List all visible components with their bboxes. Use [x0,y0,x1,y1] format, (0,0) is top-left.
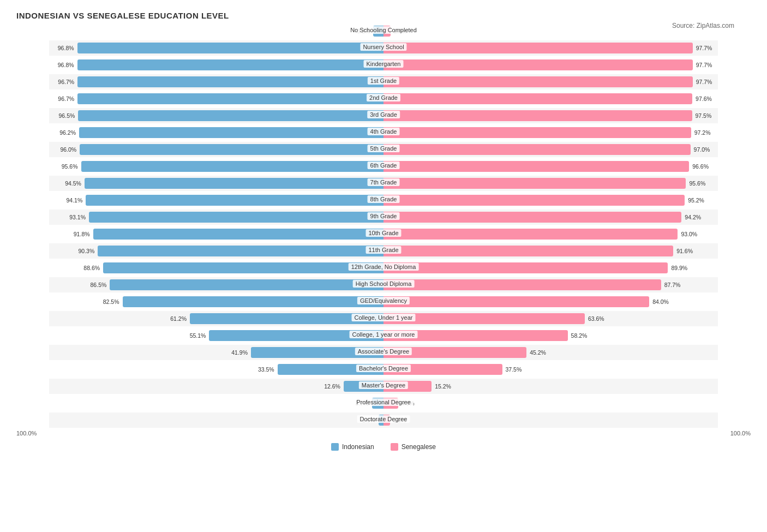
bar-right-senegalese: 93.0% [384,229,678,240]
right-value: 87.7% [664,282,681,288]
bar-right-senegalese: 94.2% [384,212,681,223]
bar-wrapper: 96.0% 5th Grade 97.0% [49,142,718,157]
right-value: 97.6% [696,95,712,102]
bar-wrapper: 90.3% 11th Grade 91.6% [49,244,718,258]
bar-wrapper: 96.8% Nursery School 97.7% [49,41,718,55]
left-section: 1.6% [49,413,384,427]
bar-left-indonesian: 96.2% [79,127,384,138]
right-value: 97.0% [694,146,710,153]
bar-right-senegalese: 95.2% [384,195,685,206]
left-section: 3.2% [49,24,384,38]
bar-wrapper: 82.5% GED/Equivalency 84.0% [49,295,718,309]
chart-row: 41.9% Associate's Degree 45.2% [49,345,718,360]
row-label: 1st Grade [368,77,399,85]
row-label: 7th Grade [368,178,400,186]
bar-left-indonesian: 96.7% [77,93,384,104]
chart-title: INDONESIAN VS SENEGALESE EDUCATION LEVEL [16,11,751,20]
bar-right-senegalese: 97.6% [384,93,692,104]
bar-wrapper: 96.7% 2nd Grade 97.6% [49,92,718,106]
right-value: 89.9% [671,265,687,271]
left-section: 33.5% [49,362,384,376]
right-value: 97.7% [696,79,712,85]
row-label: Kindergarten [364,60,404,68]
bar-right-senegalese: 96.6% [384,161,689,172]
right-section: 97.7% [384,41,718,55]
right-section: 97.7% [384,58,718,72]
right-section: 63.6% [384,312,718,326]
row-label: Doctorate Degree [357,415,410,423]
left-section: 96.8% [49,41,384,55]
bar-left-indonesian: 96.0% [80,144,384,155]
bar-left-indonesian: 86.5% [110,279,384,290]
legend-senegalese-box [391,443,398,451]
bar-wrapper: 94.1% 8th Grade 95.2% [49,193,718,207]
right-section: 97.2% [384,125,718,140]
legend-senegalese: Senegalese [391,443,436,451]
bar-right-senegalese: 89.9% [384,262,668,273]
left-value: 90.3% [78,248,94,254]
right-value: 94.2% [685,214,701,220]
right-section: 95.6% [384,176,718,190]
bar-left-indonesian: 94.5% [85,178,384,189]
right-section: 45.2% [384,345,718,360]
bar-right-senegalese: 97.7% [384,43,693,53]
left-value: 96.8% [58,45,74,51]
left-section: 12.6% [49,379,384,393]
row-label: GED/Equivalency [357,297,410,304]
chart-body: 3.2% No Schooling Completed 2.3% 96.8% N… [16,23,751,428]
x-axis-left: 100.0% [16,430,37,437]
right-section: 91.6% [384,244,718,258]
chart-row: 55.1% College, 1 year or more 58.2% [49,328,718,343]
bar-wrapper: 55.1% College, 1 year or more 58.2% [49,328,718,343]
left-section: 3.7% [49,396,384,410]
right-value: 97.7% [696,45,712,51]
row-label: 4th Grade [368,128,400,135]
left-value: 12.6% [324,383,340,390]
chart-row: 95.6% 6th Grade 96.6% [49,159,718,174]
right-value: 45.2% [530,349,546,356]
chart-row: 61.2% College, Under 1 year 63.6% [49,311,718,326]
left-section: 82.5% [49,295,384,309]
row-label: 11th Grade [365,246,401,254]
chart-row: 96.8% Nursery School 97.7% [49,40,718,56]
left-section: 96.5% [49,109,384,123]
chart-row: 96.5% 3rd Grade 97.5% [49,108,718,123]
bar-left-indonesian: 95.6% [81,161,384,172]
right-value: 96.6% [692,163,709,170]
bar-right-senegalese: 91.6% [384,246,673,256]
x-axis: 100.0% 100.0% [16,430,751,437]
bar-right-senegalese: 97.5% [384,110,692,121]
right-section: 89.9% [384,261,718,275]
bar-wrapper: 3.2% No Schooling Completed 2.3% [49,24,718,38]
chart-row: 96.7% 1st Grade 97.7% [49,74,718,89]
left-section: 93.1% [49,210,384,224]
bar-left-indonesian: 82.5% [123,296,384,307]
left-value: 96.5% [59,112,75,119]
bar-wrapper: 96.2% 4th Grade 97.2% [49,125,718,140]
chart-row: 93.1% 9th Grade 94.2% [49,210,718,225]
bar-wrapper: 96.8% Kindergarten 97.7% [49,58,718,72]
left-value: 82.5% [103,298,119,305]
row-label: 3rd Grade [367,111,400,118]
right-section: 84.0% [384,295,718,309]
chart-row: 90.3% 11th Grade 91.6% [49,243,718,259]
right-value: 97.2% [694,129,711,136]
bar-wrapper: 33.5% Bachelor's Degree 37.5% [49,362,718,376]
chart-row: 94.1% 8th Grade 95.2% [49,193,718,208]
left-section: 96.7% [49,75,384,89]
right-section: 97.5% [384,109,718,123]
bar-wrapper: 96.5% 3rd Grade 97.5% [49,109,718,123]
row-label: 2nd Grade [367,94,400,101]
chart-row: 1.6% Doctorate Degree 2.0% [49,413,718,428]
chart-row: 88.6% 12th Grade, No Diploma 89.9% [49,260,718,276]
legend-indonesian-label: Indonesian [342,443,374,451]
left-value: 93.1% [69,214,86,220]
bar-left-indonesian: 90.3% [98,246,384,256]
right-value: 97.7% [696,62,712,68]
right-section: 2.3% [384,24,718,38]
bar-wrapper: 61.2% College, Under 1 year 63.6% [49,312,718,326]
bar-right-senegalese: 97.2% [384,127,691,138]
chart-row: 96.0% 5th Grade 97.0% [49,142,718,157]
row-label: College, Under 1 year [351,314,415,321]
legend-indonesian: Indonesian [331,443,374,451]
